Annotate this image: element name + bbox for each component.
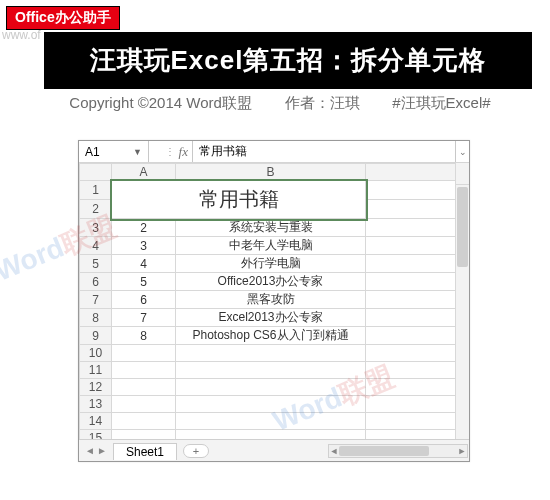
horizontal-scrollbar-thumb[interactable] [339,446,429,456]
hscroll-left-icon[interactable]: ◄ [329,445,339,457]
cell-col-a[interactable]: 3 [112,237,176,255]
cell-empty[interactable] [112,345,176,362]
fx-zone: ⋮ fx [149,141,193,162]
cell-empty[interactable] [366,396,469,413]
fx-label[interactable]: fx [179,144,188,160]
sheet-area: A B 1 常用书籍 2 32系统安装与重装43中老年人学电脑54外行学电脑65… [79,163,469,439]
cell-empty[interactable] [112,396,176,413]
merged-title-cell[interactable]: 常用书籍 [112,181,366,219]
cell-empty[interactable] [366,291,469,309]
name-box[interactable]: A1 ▼ [79,141,149,162]
row-header[interactable]: 14 [80,413,112,430]
cell-empty[interactable] [112,430,176,440]
tab-prev-icon[interactable]: ◄ [85,445,95,456]
cell-col-b[interactable]: 系统安装与重装 [176,219,366,237]
sheet-tab[interactable]: Sheet1 [113,443,177,460]
formula-expand-icon[interactable]: ⌄ [455,141,469,162]
vertical-scrollbar[interactable] [455,185,469,439]
cell-empty[interactable] [176,345,366,362]
cell-empty[interactable] [112,413,176,430]
cell-col-b[interactable]: 外行学电脑 [176,255,366,273]
cell-empty[interactable] [112,379,176,396]
cell-empty[interactable] [366,362,469,379]
row-header[interactable]: 9 [80,327,112,345]
cell-col-a[interactable]: 8 [112,327,176,345]
copyright-text: Copyright ©2014 Word联盟 [69,94,252,111]
tab-nav-arrows[interactable]: ◄ ► [79,445,113,456]
formula-bar: A1 ▼ ⋮ fx 常用书籍 ⌄ [79,141,469,163]
cell-empty[interactable] [176,430,366,440]
cell-empty[interactable] [366,255,469,273]
cell-empty[interactable] [366,309,469,327]
col-header-empty[interactable] [366,164,469,181]
site-badge: Office办公助手 [6,6,120,30]
cell-empty[interactable] [176,362,366,379]
cell-col-b[interactable]: Office2013办公专家 [176,273,366,291]
cell-empty[interactable] [366,200,469,219]
cell-empty[interactable] [176,379,366,396]
cell-col-a[interactable]: 6 [112,291,176,309]
row-header[interactable]: 12 [80,379,112,396]
row-header[interactable]: 13 [80,396,112,413]
hscroll-right-icon[interactable]: ► [457,445,467,457]
row-header[interactable]: 2 [80,200,112,219]
scroll-corner [455,163,469,185]
tab-next-icon[interactable]: ► [97,445,107,456]
cell-col-a[interactable]: 2 [112,219,176,237]
cell-empty[interactable] [176,413,366,430]
article-title: 汪琪玩Excel第五招：拆分单元格 [44,32,532,89]
row-header[interactable]: 6 [80,273,112,291]
excel-screenshot: A1 ▼ ⋮ fx 常用书籍 ⌄ A B 1 常用书籍 [78,140,470,462]
cell-empty[interactable] [112,362,176,379]
row-header[interactable]: 11 [80,362,112,379]
name-box-dropdown-icon[interactable]: ▼ [133,147,142,157]
cell-col-b[interactable]: Photoshop CS6从入门到精通 [176,327,366,345]
row-header[interactable]: 15 [80,430,112,440]
copyright-line: Copyright ©2014 Word联盟 作者：汪琪 #汪琪玩Excel# [28,94,532,113]
cell-empty[interactable] [366,345,469,362]
cell-col-b[interactable]: Excel2013办公专家 [176,309,366,327]
cell-empty[interactable] [366,237,469,255]
cell-empty[interactable] [366,413,469,430]
horizontal-scrollbar[interactable]: ◄ ► [328,444,468,458]
author-text: 作者：汪琪 [285,94,360,111]
formula-input[interactable]: 常用书籍 [193,141,455,162]
vertical-scrollbar-thumb[interactable] [457,187,468,267]
cell-empty[interactable] [366,327,469,345]
faded-url-text: www.of [2,28,41,42]
cell-col-a[interactable]: 7 [112,309,176,327]
spreadsheet-grid[interactable]: A B 1 常用书籍 2 32系统安装与重装43中老年人学电脑54外行学电脑65… [79,163,469,439]
row-header[interactable]: 1 [80,181,112,200]
row-header[interactable]: 7 [80,291,112,309]
col-header-b[interactable]: B [176,164,366,181]
cell-empty[interactable] [366,273,469,291]
formula-value: 常用书籍 [199,143,247,160]
col-header-a[interactable]: A [112,164,176,181]
row-header[interactable]: 5 [80,255,112,273]
cell-col-b[interactable]: 黑客攻防 [176,291,366,309]
cell-col-a[interactable]: 4 [112,255,176,273]
row-header[interactable]: 3 [80,219,112,237]
sheet-tabs-bar: ◄ ► Sheet1 + ◄ ► [79,439,469,461]
cell-col-a[interactable]: 5 [112,273,176,291]
cell-empty[interactable] [366,219,469,237]
cell-empty[interactable] [366,181,469,200]
row-header[interactable]: 4 [80,237,112,255]
name-box-value: A1 [85,145,100,159]
select-all-corner[interactable] [80,164,112,181]
row-header[interactable]: 10 [80,345,112,362]
cell-empty[interactable] [366,430,469,440]
cell-empty[interactable] [176,396,366,413]
add-sheet-button[interactable]: + [183,444,209,458]
cell-col-b[interactable]: 中老年人学电脑 [176,237,366,255]
hashtag-text: #汪琪玩Excel# [392,94,490,111]
fx-more-icon[interactable]: ⋮ [165,146,175,157]
row-header[interactable]: 8 [80,309,112,327]
cell-empty[interactable] [366,379,469,396]
